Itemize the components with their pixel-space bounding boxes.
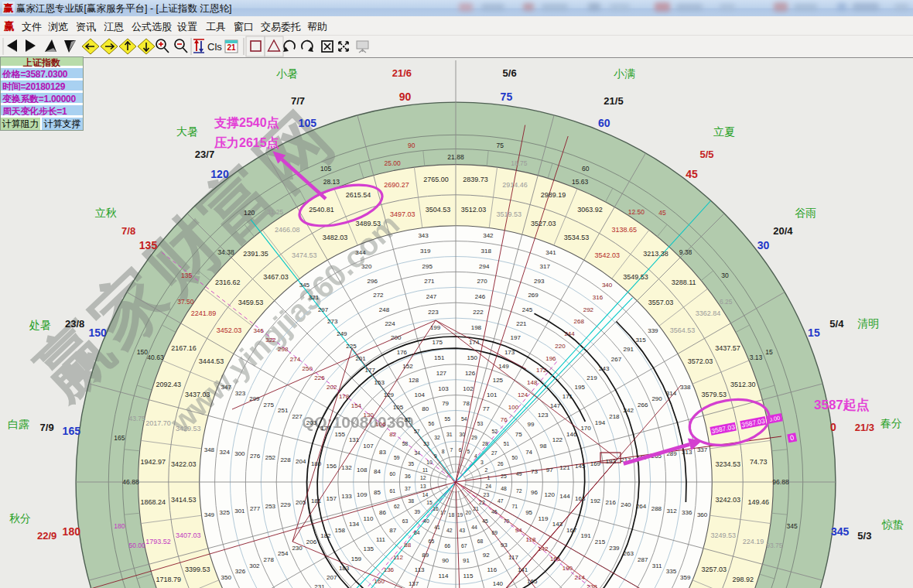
svg-text:58: 58: [402, 441, 409, 446]
svg-text:345: 345: [299, 282, 310, 289]
svg-text:127: 127: [436, 370, 447, 377]
svg-text:2839.73: 2839.73: [463, 176, 488, 183]
svg-text:9.38: 9.38: [679, 248, 692, 256]
svg-text:2: 2: [485, 467, 488, 473]
svg-text:157: 157: [327, 495, 337, 502]
svg-text:3549.53: 3549.53: [623, 273, 648, 281]
svg-text:104: 104: [415, 391, 426, 398]
svg-text:169: 169: [590, 460, 601, 467]
svg-text:195: 195: [575, 384, 586, 391]
svg-text:148: 148: [527, 379, 538, 386]
svg-text:54: 54: [461, 416, 467, 422]
svg-text:345: 345: [787, 522, 798, 530]
svg-text:176: 176: [397, 349, 408, 356]
svg-text:84: 84: [374, 468, 381, 475]
svg-text:42: 42: [446, 528, 453, 533]
svg-text:93: 93: [501, 542, 508, 549]
svg-text:3257.03: 3257.03: [702, 566, 727, 573]
svg-text:28.13: 28.13: [323, 178, 340, 186]
svg-text:154: 154: [351, 402, 362, 409]
svg-text:3497.03: 3497.03: [390, 210, 415, 218]
svg-text:22/9: 22/9: [37, 530, 56, 542]
svg-text:119: 119: [539, 515, 549, 522]
svg-text:3362.84: 3362.84: [696, 309, 721, 317]
svg-text:107: 107: [363, 443, 374, 450]
svg-text:96: 96: [531, 489, 538, 496]
svg-text:98: 98: [540, 443, 547, 450]
svg-text:122: 122: [552, 436, 563, 443]
svg-text:66: 66: [444, 543, 450, 549]
svg-text:2017.70: 2017.70: [145, 419, 171, 427]
svg-text:57: 57: [414, 429, 420, 434]
svg-text:55: 55: [444, 416, 450, 422]
svg-text:37: 37: [405, 486, 411, 491]
svg-text:74.73: 74.73: [750, 458, 768, 466]
svg-text:60: 60: [598, 117, 610, 129]
svg-text:250: 250: [303, 365, 313, 372]
svg-text:124: 124: [518, 391, 528, 398]
svg-text:190: 190: [563, 565, 573, 572]
svg-text:3138.65: 3138.65: [612, 226, 638, 234]
svg-text:7/9: 7/9: [40, 422, 54, 433]
svg-text:202: 202: [327, 384, 337, 391]
svg-text:143: 143: [552, 521, 563, 528]
svg-text:3527.03: 3527.03: [531, 220, 556, 227]
svg-text:3249.53: 3249.53: [710, 532, 736, 539]
svg-text:243: 243: [599, 365, 610, 372]
svg-text:23/8: 23/8: [65, 318, 84, 330]
svg-text:24: 24: [486, 484, 492, 489]
svg-text:18: 18: [449, 512, 455, 518]
svg-text:159: 159: [351, 556, 362, 562]
svg-text:226: 226: [314, 374, 325, 381]
svg-text:294: 294: [479, 263, 490, 270]
svg-text:11: 11: [422, 467, 428, 473]
svg-text:赢: 赢: [3, 20, 15, 32]
svg-text:298: 298: [278, 346, 289, 353]
svg-text:75: 75: [496, 142, 504, 149]
svg-text:80: 80: [422, 405, 429, 412]
svg-text:276: 276: [250, 453, 261, 460]
svg-text:222: 222: [473, 309, 484, 316]
svg-text:44: 44: [471, 525, 477, 530]
svg-text:50: 50: [511, 455, 518, 460]
svg-text:183: 183: [339, 565, 350, 572]
svg-text:196: 196: [545, 355, 556, 362]
svg-text:21.88: 21.88: [447, 153, 464, 161]
svg-text:91: 91: [463, 557, 470, 564]
svg-text:3429.53: 3429.53: [176, 425, 201, 432]
svg-text:199: 199: [430, 324, 441, 331]
svg-text:115: 115: [463, 573, 474, 579]
svg-text:10: 10: [426, 460, 433, 465]
svg-text:168: 168: [575, 495, 586, 502]
svg-text:349: 349: [204, 511, 215, 518]
svg-text:3482.03: 3482.03: [323, 234, 348, 241]
svg-text:221: 221: [516, 320, 527, 327]
svg-text:75: 75: [501, 91, 513, 103]
svg-text:348: 348: [204, 446, 215, 453]
svg-text:60: 60: [582, 165, 590, 173]
svg-text:319: 319: [420, 248, 431, 255]
svg-text:135: 135: [139, 239, 158, 251]
svg-text:1793.52: 1793.52: [145, 538, 171, 545]
svg-text:291: 291: [624, 346, 634, 353]
svg-text:172: 172: [536, 367, 547, 374]
svg-text:278: 278: [264, 556, 275, 563]
svg-text:21/3: 21/3: [855, 422, 874, 433]
svg-text:立秋: 立秋: [95, 207, 117, 219]
svg-text:106: 106: [375, 421, 386, 428]
svg-text:87: 87: [389, 527, 396, 534]
svg-text:247: 247: [426, 293, 437, 300]
svg-text:350: 350: [221, 574, 232, 581]
svg-text:224: 224: [385, 320, 395, 327]
svg-text:95: 95: [525, 509, 532, 516]
svg-text:111: 111: [376, 536, 386, 543]
svg-text:3512.30: 3512.30: [730, 381, 756, 388]
svg-text:3288.11: 3288.11: [672, 279, 696, 286]
svg-text:314: 314: [666, 390, 677, 397]
svg-text:3213.38: 3213.38: [643, 250, 669, 258]
svg-text:113: 113: [415, 566, 425, 573]
svg-text:219: 219: [586, 374, 597, 381]
svg-text:46.88: 46.88: [122, 478, 139, 486]
svg-text:5/5: 5/5: [699, 149, 713, 160]
svg-text:344: 344: [355, 249, 366, 256]
